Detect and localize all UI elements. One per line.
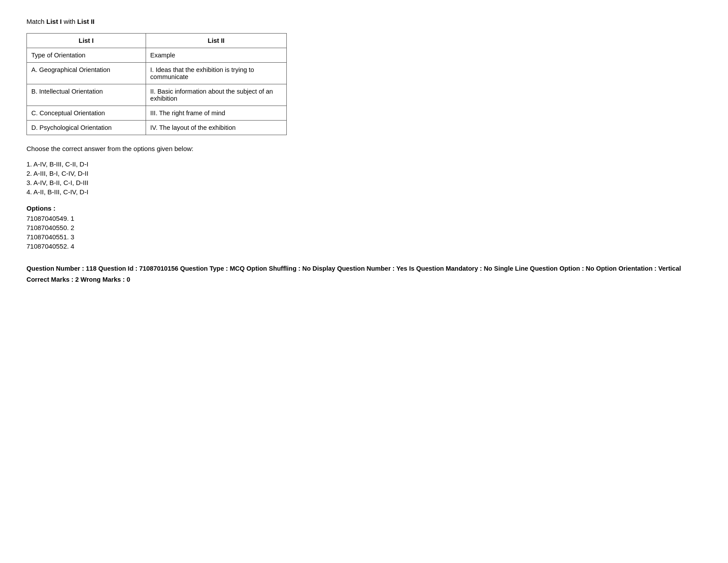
table-row: A. Geographical Orientation I. Ideas tha… <box>27 63 287 84</box>
match-table: List I List II Type of Orientation Examp… <box>26 33 287 135</box>
table-cell-row1-col1: Type of Orientation <box>27 48 146 63</box>
option-code-1: 71087040549. 1 <box>26 215 702 222</box>
list2-label: List II <box>77 18 94 25</box>
table-row: C. Conceptual Orientation III. The right… <box>27 106 287 121</box>
question-meta: Question Number : 118 Question Id : 7108… <box>26 263 702 285</box>
option-codes-container: 71087040549. 1 71087040550. 2 7108704055… <box>26 215 702 250</box>
table-cell-row3-col2: II. Basic information about the subject … <box>146 84 286 106</box>
table-cell-row3-col1: B. Intellectual Orientation <box>27 84 146 106</box>
choose-text: Choose the correct answer from the optio… <box>26 145 702 152</box>
answer-option-2: 2. A-III, B-I, C-IV, D-II <box>26 170 702 177</box>
answer-option-3: 3. A-IV, B-II, C-I, D-III <box>26 179 702 186</box>
table-cell-row2-col1: A. Geographical Orientation <box>27 63 146 84</box>
table-cell-row2-col2: I. Ideas that the exhibition is trying t… <box>146 63 286 84</box>
instruction-middle: with <box>62 18 77 25</box>
table-row: Type of Orientation Example <box>27 48 287 63</box>
table-row: D. Psychological Orientation IV. The lay… <box>27 121 287 135</box>
table-cell-row5-col2: IV. The layout of the exhibition <box>146 121 286 135</box>
instruction: Match List I with List II <box>26 18 702 25</box>
table-header-col1: List I <box>27 34 146 48</box>
table-cell-row4-col1: C. Conceptual Orientation <box>27 106 146 121</box>
option-code-3: 71087040551. 3 <box>26 233 702 241</box>
option-code-4: 71087040552. 4 <box>26 242 702 250</box>
instruction-prefix: Match <box>26 18 46 25</box>
question-meta-line2: Correct Marks : 2 Wrong Marks : 0 <box>26 274 702 285</box>
options-label: Options : <box>26 204 702 212</box>
answer-options-list: 1. A-IV, B-III, C-II, D-I 2. A-III, B-I,… <box>26 160 702 196</box>
option-code-2: 71087040550. 2 <box>26 224 702 231</box>
table-row: B. Intellectual Orientation II. Basic in… <box>27 84 287 106</box>
table-cell-row5-col1: D. Psychological Orientation <box>27 121 146 135</box>
table-header-col2: List II <box>146 34 286 48</box>
table-cell-row1-col2: Example <box>146 48 286 63</box>
table-cell-row4-col2: III. The right frame of mind <box>146 106 286 121</box>
question-meta-line1: Question Number : 118 Question Id : 7108… <box>26 263 702 274</box>
answer-option-1: 1. A-IV, B-III, C-II, D-I <box>26 160 702 168</box>
answer-option-4: 4. A-II, B-III, C-IV, D-I <box>26 188 702 196</box>
list1-label: List I <box>46 18 62 25</box>
